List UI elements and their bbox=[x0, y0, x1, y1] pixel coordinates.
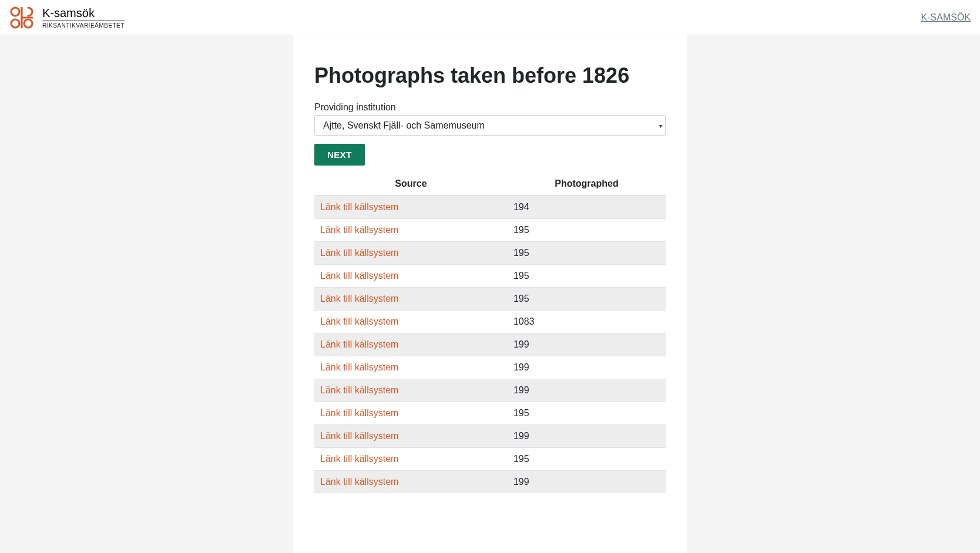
column-header-source: Source bbox=[314, 173, 508, 195]
source-cell: Länk till källsystem bbox=[314, 265, 508, 288]
photographed-cell: 195 bbox=[508, 402, 666, 425]
photographed-cell: 199 bbox=[508, 425, 666, 448]
table-row: Länk till källsystem199 bbox=[314, 425, 666, 448]
table-row: Länk till källsystem195 bbox=[314, 402, 666, 425]
logo[interactable]: K-samsök RIKSANTIKVARIEÄMBETET bbox=[9, 6, 125, 29]
source-link[interactable]: Länk till källsystem bbox=[320, 294, 398, 304]
table-row: Länk till källsystem199 bbox=[314, 333, 666, 356]
main-content: Photographs taken before 1826 Providing … bbox=[293, 35, 687, 553]
source-link[interactable]: Länk till källsystem bbox=[320, 316, 398, 326]
photographed-cell: 195 bbox=[508, 265, 666, 288]
photographed-cell: 194 bbox=[508, 195, 666, 219]
photographed-cell: 199 bbox=[508, 379, 666, 402]
source-link[interactable]: Länk till källsystem bbox=[320, 202, 398, 212]
source-link[interactable]: Länk till källsystem bbox=[320, 225, 398, 235]
photographed-cell: 199 bbox=[508, 333, 666, 356]
source-cell: Länk till källsystem bbox=[314, 471, 508, 494]
next-button[interactable]: NEXT bbox=[314, 144, 365, 166]
source-link[interactable]: Länk till källsystem bbox=[320, 454, 398, 464]
source-cell: Länk till källsystem bbox=[314, 288, 508, 311]
photographed-cell: 195 bbox=[508, 242, 666, 265]
table-row: Länk till källsystem194 bbox=[314, 195, 666, 219]
source-link[interactable]: Länk till källsystem bbox=[320, 431, 398, 441]
svg-point-0 bbox=[11, 8, 19, 16]
source-cell: Länk till källsystem bbox=[314, 219, 508, 242]
table-row: Länk till källsystem195 bbox=[314, 288, 666, 311]
photographed-cell: 195 bbox=[508, 288, 666, 311]
photographed-cell: 199 bbox=[508, 356, 666, 379]
svg-point-1 bbox=[11, 19, 19, 28]
photographed-cell: 1083 bbox=[508, 311, 666, 333]
source-cell: Länk till källsystem bbox=[314, 356, 508, 379]
logo-icon bbox=[9, 6, 38, 29]
photographed-cell: 195 bbox=[508, 448, 666, 471]
header-link-ksamsok[interactable]: K-SAMSÖK bbox=[921, 12, 971, 23]
table-row: Länk till källsystem1083 bbox=[314, 311, 666, 333]
logo-title: K-samsök bbox=[42, 6, 125, 19]
table-row: Länk till källsystem195 bbox=[314, 242, 666, 265]
table-row: Länk till källsystem199 bbox=[314, 471, 666, 494]
table-row: Länk till källsystem195 bbox=[314, 265, 666, 288]
table-body: Länk till källsystem194Länk till källsys… bbox=[314, 195, 666, 493]
logo-subtitle: RIKSANTIKVARIEÄMBETET bbox=[42, 21, 125, 29]
photographed-cell: 195 bbox=[508, 219, 666, 242]
svg-point-2 bbox=[24, 19, 32, 28]
source-link[interactable]: Länk till källsystem bbox=[320, 385, 398, 395]
table-row: Länk till källsystem195 bbox=[314, 448, 666, 471]
institution-label: Providing institution bbox=[314, 102, 666, 113]
source-cell: Länk till källsystem bbox=[314, 333, 508, 356]
institution-select-wrap: Ajtte, Svenskt Fjäll- och Samemuseum ▾ bbox=[314, 115, 666, 136]
table-row: Länk till källsystem199 bbox=[314, 379, 666, 402]
source-link[interactable]: Länk till källsystem bbox=[320, 477, 398, 487]
source-cell: Länk till källsystem bbox=[314, 448, 508, 471]
source-cell: Länk till källsystem bbox=[314, 379, 508, 402]
source-cell: Länk till källsystem bbox=[314, 425, 508, 448]
header: K-samsök RIKSANTIKVARIEÄMBETET K-SAMSÖK bbox=[0, 0, 980, 35]
source-link[interactable]: Länk till källsystem bbox=[320, 339, 398, 349]
source-cell: Länk till källsystem bbox=[314, 311, 508, 333]
column-header-photographed: Photographed bbox=[508, 173, 666, 195]
institution-select[interactable]: Ajtte, Svenskt Fjäll- och Samemuseum bbox=[314, 115, 666, 136]
source-cell: Länk till källsystem bbox=[314, 195, 508, 219]
page-title: Photographs taken before 1826 bbox=[314, 63, 666, 88]
table-row: Länk till källsystem195 bbox=[314, 219, 666, 242]
logo-text: K-samsök RIKSANTIKVARIEÄMBETET bbox=[42, 6, 125, 29]
source-link[interactable]: Länk till källsystem bbox=[320, 408, 398, 418]
source-cell: Länk till källsystem bbox=[314, 402, 508, 425]
source-link[interactable]: Länk till källsystem bbox=[320, 271, 398, 281]
photographed-cell: 199 bbox=[508, 471, 666, 494]
results-table: Source Photographed Länk till källsystem… bbox=[314, 173, 666, 493]
table-row: Länk till källsystem199 bbox=[314, 356, 666, 379]
source-link[interactable]: Länk till källsystem bbox=[320, 248, 398, 258]
source-link[interactable]: Länk till källsystem bbox=[320, 362, 398, 372]
source-cell: Länk till källsystem bbox=[314, 242, 508, 265]
